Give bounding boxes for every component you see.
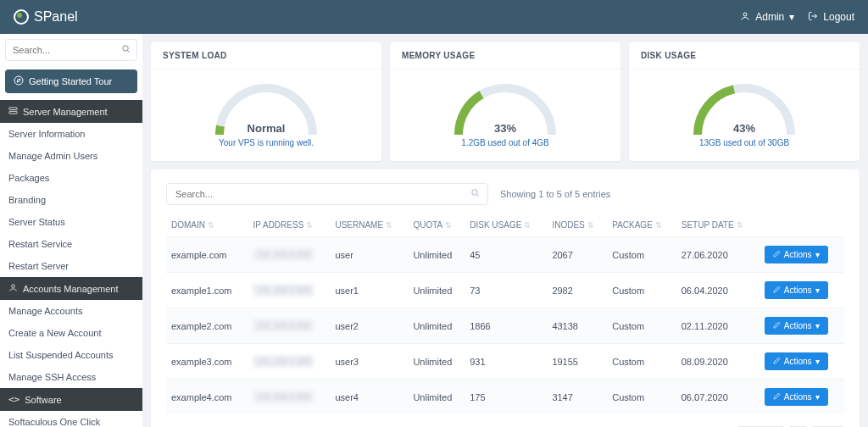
column-header[interactable]: DISK USAGE⇅ [465,214,547,237]
cell-disk: 73 [465,273,547,308]
table-row: example1.com192.168.0.000user1Unlimited7… [166,273,844,308]
edit-icon [773,250,781,259]
sidebar-item[interactable]: Manage Accounts [0,300,142,322]
disk-usage-card: DISK USAGE 43% 13GB used out of 30GB [629,42,860,161]
cell-domain: example.com [166,237,248,273]
table-search [166,183,488,205]
memory-gauge: 33% [450,80,560,135]
gauge-label: Normal [211,122,321,135]
sidebar-search-input[interactable] [5,39,137,61]
sidebar-item[interactable]: Packages [0,167,142,189]
cell-ip: 192.168.0.000 [248,380,330,415]
system-load-gauge: Normal [211,80,321,135]
cell-package: Custom [607,380,676,415]
column-header[interactable]: INODES⇅ [547,214,607,237]
gauge-sub: Your VPS is running well. [219,138,314,147]
memory-usage-card: MEMORY USAGE 33% 1.2GB used out of 4GB [390,42,620,161]
svg-rect-4 [9,108,17,110]
logout-button[interactable]: Logout [808,11,854,24]
sidebar-search [0,34,142,66]
sidebar-item[interactable]: Softaculous One Click Installer [0,411,142,427]
column-header[interactable]: SETUP DATE⇅ [676,214,760,237]
gauge-label: 43% [689,122,799,135]
cell-date: 27.06.2020 [676,237,760,273]
sidebar-item[interactable]: Create a New Account [0,322,142,344]
tour-label: Getting Started Tour [29,76,112,86]
cell-domain: example4.com [166,380,248,415]
cell-username: user2 [330,308,408,344]
cell-quota: Unlimited [408,308,465,344]
cell-inodes: 3147 [547,380,607,415]
actions-button[interactable]: Actions ▾ [765,246,828,263]
cell-ip: 192.168.0.000 [248,273,330,308]
actions-button[interactable]: Actions ▾ [765,388,828,406]
column-header[interactable]: USERNAME⇅ [330,214,408,237]
actions-button[interactable]: Actions ▾ [765,281,828,299]
cell-inodes: 19155 [547,344,607,380]
cell-package: Custom [607,308,676,344]
edit-icon [773,392,781,402]
svg-point-1 [123,46,128,51]
user-menu[interactable]: Admin ▾ [740,11,794,24]
compass-icon [14,75,24,87]
cell-quota: Unlimited [408,273,465,308]
table-search-input[interactable] [166,183,488,205]
sidebar-item[interactable]: Branding [0,189,142,211]
sidebar-item[interactable]: Restart Service [0,233,142,255]
cell-ip: 192.168.0.000 [248,344,330,380]
chevron-down-icon: ▾ [815,250,820,259]
section-title: Software [25,395,61,405]
logout-label: Logout [823,11,854,23]
sidebar-item[interactable]: Server Information [0,123,142,145]
search-icon[interactable] [470,188,480,200]
card-title: SYSTEM LOAD [151,42,381,69]
cell-quota: Unlimited [408,380,465,415]
chevron-down-icon: ▾ [815,392,820,402]
column-header[interactable]: IP ADDRESS⇅ [248,214,330,237]
sidebar-section-header: Accounts Management [0,277,142,300]
svg-point-2 [14,76,23,85]
column-header[interactable]: PACKAGE⇅ [607,214,676,237]
table-row: example3.com192.168.0.000user3Unlimited9… [166,344,844,380]
actions-button[interactable]: Actions ▾ [765,352,828,370]
chevron-down-icon: ▾ [815,357,820,366]
brand-logo: SPanel [14,9,78,25]
section-title: Accounts Management [23,284,119,294]
chevron-down-icon: ▾ [815,321,820,330]
logout-icon [808,11,818,24]
column-header[interactable]: QUOTA⇅ [408,214,465,237]
search-icon[interactable] [121,44,131,56]
cell-package: Custom [607,344,676,380]
column-header[interactable] [760,214,844,237]
cell-domain: example3.com [166,344,248,380]
main-content: SYSTEM LOAD Normal Your VPS is running w… [142,34,868,427]
cell-disk: 45 [465,237,547,273]
section-icon [8,106,18,117]
table-row: example4.com192.168.0.000user4Unlimited1… [166,380,844,415]
cell-inodes: 2067 [547,237,607,273]
brand-name: SPanel [34,9,78,25]
actions-button[interactable]: Actions ▾ [765,317,828,335]
user-icon [740,11,750,24]
sidebar-item[interactable]: Server Status [0,211,142,233]
cell-disk: 175 [465,380,547,415]
svg-point-8 [472,190,477,195]
sidebar-item[interactable]: List Suspended Accounts [0,344,142,366]
sidebar-section-header: Server Management [0,100,142,123]
svg-point-0 [743,13,747,16]
app-header: SPanel Admin ▾ Logout [0,0,868,34]
gauge-sub: 1.2GB used out of 4GB [461,138,548,147]
svg-rect-5 [9,111,17,114]
cell-ip: 192.168.0.000 [248,308,330,344]
sidebar-item[interactable]: Manage SSH Access [0,366,142,388]
cell-inodes: 43138 [547,308,607,344]
accounts-table: DOMAIN⇅IP ADDRESS⇅USERNAME⇅QUOTA⇅DISK US… [166,214,844,414]
svg-marker-3 [17,79,20,82]
getting-started-tour-button[interactable]: Getting Started Tour [5,69,137,93]
logo-icon [14,9,29,25]
card-title: DISK USAGE [629,42,860,69]
column-header[interactable]: DOMAIN⇅ [166,214,248,237]
sidebar-item[interactable]: Restart Server [0,255,142,277]
sidebar-item[interactable]: Manage Admin Users [0,145,142,167]
disk-gauge: 43% [689,80,799,135]
